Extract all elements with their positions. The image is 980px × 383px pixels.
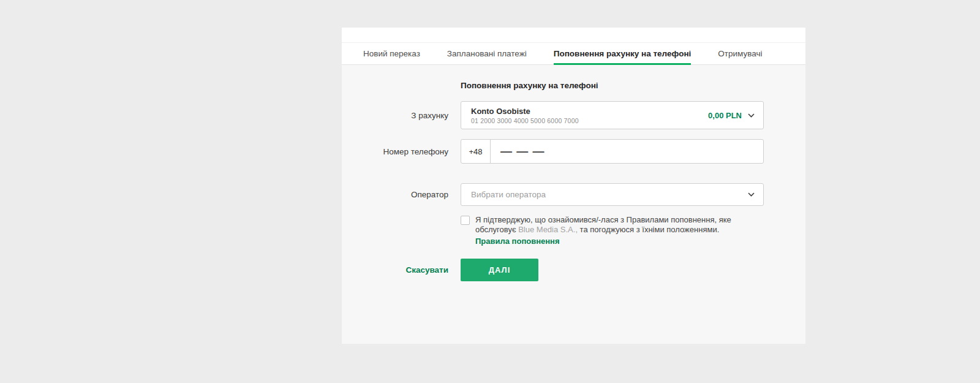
phone-label: Номер телефону [342, 147, 448, 156]
phone-prefix: +48 [461, 140, 491, 163]
operator-select[interactable]: Вибрати оператора [461, 183, 764, 206]
account-balance: 0,00 PLN [708, 111, 742, 120]
actions-row: Скасувати ДАЛІ [342, 259, 805, 281]
submit-button[interactable]: ДАЛІ [461, 259, 538, 281]
account-number: 01 2000 3000 4000 5000 6000 7000 [471, 117, 708, 124]
panel-top-band [342, 28, 805, 43]
operator-placeholder: Вибрати оператора [471, 190, 748, 199]
cancel-link[interactable]: Скасувати [342, 265, 448, 275]
tab-bar: Новий переказ Заплановані платежі Поповн… [342, 43, 805, 65]
tab-recipients[interactable]: Отримувачі [718, 43, 762, 64]
page-background: Новий переказ Заплановані платежі Поповн… [0, 0, 980, 383]
operator-label: Оператор [342, 190, 448, 199]
account-select[interactable]: Konto Osobiste 01 2000 3000 4000 5000 60… [461, 101, 764, 129]
tab-phone-topup[interactable]: Поповнення рахунку на телефоні [554, 43, 692, 64]
phone-input[interactable]: — — — [491, 140, 763, 163]
operator-row: Оператор Вибрати оператора [342, 183, 805, 206]
consent-text: Я підтверджую, що ознайомився/-лася з Пр… [475, 215, 733, 246]
consent-checkbox[interactable] [461, 216, 470, 225]
chevron-down-icon [748, 192, 755, 197]
transfers-panel: Новий переказ Заплановані платежі Поповн… [342, 28, 805, 344]
phone-row: Номер телефону +48 — — — [342, 139, 805, 164]
topup-rules-link[interactable]: Правила поповнення [475, 237, 560, 246]
tab-scheduled-payments[interactable]: Заплановані платежі [447, 43, 527, 64]
chevron-down-icon [748, 113, 755, 118]
account-label: З рахунку [342, 111, 448, 120]
consent-company: Blue Media S.A., [518, 225, 578, 234]
topup-form: Поповнення рахунку на телефоні З рахунку… [342, 65, 805, 344]
tab-new-transfer[interactable]: Новий переказ [363, 43, 420, 64]
consent-row: Я підтверджую, що ознайомився/-лася з Пр… [342, 215, 805, 246]
account-row: З рахунку Konto Osobiste 01 2000 3000 40… [342, 101, 805, 129]
form-title: Поповнення рахунку на телефоні [461, 81, 598, 90]
phone-field: +48 — — — [461, 139, 764, 164]
phone-mask: — — — [500, 145, 545, 157]
account-name: Konto Osobiste [471, 107, 708, 116]
